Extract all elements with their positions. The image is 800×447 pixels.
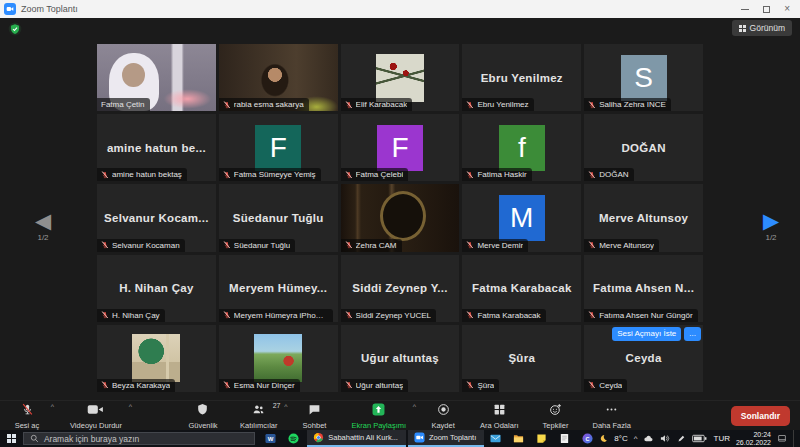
windows-taskbar: Aramak için buraya yazın WSabahattin Ali… bbox=[0, 430, 800, 447]
participant-name-label: Selvanur Kocaman bbox=[97, 239, 185, 252]
participant-tile[interactable]: Zehra CAM bbox=[341, 184, 460, 251]
participant-name: Siddi Zeynep YUCEL bbox=[356, 311, 431, 320]
participant-tile[interactable]: Fatıma Ahsen N...Fatıma Ahsen Nur Güngör bbox=[584, 255, 703, 322]
participant-tile[interactable]: FFatma Çelebi bbox=[341, 114, 460, 181]
kat-l-mc-lar-button[interactable]: Katılımcılar27^ bbox=[240, 402, 278, 430]
zoom-app-icon bbox=[4, 3, 16, 15]
participant-tile[interactable]: Fatma Çetin bbox=[97, 44, 216, 111]
participant-tile[interactable]: CeydaCeydaSesi Açmayı İste... bbox=[584, 325, 703, 392]
action-center-icon[interactable] bbox=[777, 434, 787, 443]
g-venlik-button[interactable]: Güvenlik bbox=[186, 402, 220, 430]
participant-name: Fatma Çetin bbox=[101, 100, 145, 109]
taskbar-app-button[interactable] bbox=[282, 430, 305, 447]
daha-fazla-button[interactable]: Daha Fazla bbox=[592, 402, 630, 430]
sohbet-button[interactable]: Sohbet bbox=[298, 402, 332, 430]
participant-tile[interactable]: SSaliha Zehra INCE bbox=[584, 44, 703, 111]
encryption-shield-icon[interactable] bbox=[8, 22, 22, 36]
ask-to-unmute-button[interactable]: Sesi Açmayı İste bbox=[612, 327, 681, 341]
participant-tile[interactable]: Selvanur Kocam...Selvanur Kocaman bbox=[97, 184, 216, 251]
videoyu-durdur-button[interactable]: Videoyu Durdur^ bbox=[70, 402, 122, 430]
taskbar-window-title: Sabahattin Ali Kurk... bbox=[328, 433, 398, 442]
participant-tile[interactable]: Beyza Karakaya bbox=[97, 325, 216, 392]
participant-name-label: Zehra CAM bbox=[341, 239, 402, 252]
next-page-button[interactable]: ▶ bbox=[746, 210, 796, 231]
participant-tile[interactable]: Merve AltunsoyMerve Altunsoy bbox=[584, 184, 703, 251]
participant-display-name: Siddi Zeynep Y... bbox=[346, 282, 454, 294]
participant-tile[interactable]: Esma Nur Dinçer bbox=[219, 325, 338, 392]
taskbar-app-button[interactable] bbox=[530, 430, 553, 447]
participant-tile[interactable]: FFatma Sümeyye Yemiş bbox=[219, 114, 338, 181]
participant-name-label: Fatıma Ahsen Nur Güngör bbox=[584, 309, 697, 322]
taskbar-app-button[interactable]: W bbox=[259, 430, 282, 447]
page-indicator: 1/2 bbox=[18, 233, 68, 242]
participant-tile[interactable]: Uğur altuntaşUğur altuntaş bbox=[341, 325, 460, 392]
start-button[interactable] bbox=[0, 430, 23, 447]
participant-name: Fatma Karabacak bbox=[477, 311, 540, 320]
volume-icon[interactable] bbox=[660, 434, 671, 443]
reactions-icon bbox=[549, 402, 562, 420]
participant-tile[interactable]: MMerve Demir bbox=[462, 184, 581, 251]
participant-name-label: rabia esma sakarya bbox=[219, 98, 309, 111]
taskbar-window-button[interactable]: Sabahattin Ali Kurk... bbox=[307, 430, 406, 447]
night-mode-icon[interactable] bbox=[599, 434, 608, 443]
taskbar-app-button[interactable] bbox=[484, 430, 507, 447]
close-button[interactable]: × bbox=[784, 4, 790, 14]
svg-text:W: W bbox=[268, 436, 274, 442]
avatar: M bbox=[499, 195, 545, 241]
participant-tile[interactable]: Süedanur TuğluSüedanur Tuğlu bbox=[219, 184, 338, 251]
minimize-button[interactable] bbox=[741, 9, 749, 10]
ekran-payla-m--button[interactable]: Ekran Paylaşımı^ bbox=[352, 402, 407, 430]
participant-tile[interactable]: H. Nihan ÇayH. Nihan Çay bbox=[97, 255, 216, 322]
tray-expand-chevron-icon[interactable]: ^ bbox=[634, 434, 638, 443]
notepad-icon bbox=[559, 433, 570, 444]
participant-name: Merve Altunsoy bbox=[599, 241, 654, 250]
taskbar-app-button[interactable] bbox=[507, 430, 530, 447]
clock-date: 26.02.2022 bbox=[736, 439, 771, 447]
chevron-up-icon[interactable]: ^ bbox=[51, 403, 54, 410]
chevron-up-icon[interactable]: ^ bbox=[413, 403, 416, 410]
language-indicator[interactable]: TUR bbox=[714, 434, 730, 443]
kaydet-button[interactable]: Kaydet bbox=[426, 402, 460, 430]
participant-tile[interactable]: Siddi Zeynep Y...Siddi Zeynep YUCEL bbox=[341, 255, 460, 322]
next-page-control: ▶ 1/2 bbox=[746, 210, 796, 242]
muted-mic-icon bbox=[345, 101, 353, 109]
maximize-button[interactable] bbox=[763, 6, 770, 13]
participant-name: amine hatun bektaş bbox=[112, 170, 182, 179]
participant-tile[interactable]: ŞûraŞûra bbox=[462, 325, 581, 392]
toolbar-item-label: Videoyu Durdur bbox=[70, 421, 122, 430]
sesi-a--button[interactable]: Sesi aç^ bbox=[10, 402, 44, 430]
pen-icon[interactable] bbox=[677, 434, 686, 443]
participant-tile[interactable]: fFatima Haskir bbox=[462, 114, 581, 181]
end-meeting-button[interactable]: Sonlandır bbox=[731, 406, 790, 426]
zoom-icon bbox=[414, 432, 425, 443]
participant-tile[interactable]: rabia esma sakarya bbox=[219, 44, 338, 111]
more-options-button[interactable]: ... bbox=[684, 327, 701, 341]
taskbar-app-button[interactable]: C bbox=[576, 430, 599, 447]
taskbar-clock[interactable]: 20:24 26.02.2022 bbox=[736, 431, 771, 446]
participants-icon bbox=[252, 402, 265, 420]
share-screen-icon bbox=[372, 402, 385, 420]
battery-icon[interactable] bbox=[692, 434, 707, 443]
participant-tile[interactable]: Meryem Hümey...Meryem Hümeyra iPhone'u bbox=[219, 255, 338, 322]
chevron-up-icon[interactable]: ^ bbox=[129, 403, 132, 410]
participant-tile[interactable]: Fatma KarabacakFatma Karabacak bbox=[462, 255, 581, 322]
temperature-indicator[interactable]: 8°C bbox=[614, 434, 627, 443]
cloud-icon[interactable] bbox=[643, 434, 654, 443]
participant-name: Meryem Hümeyra iPhone'u bbox=[234, 311, 328, 320]
taskbar-search-input[interactable]: Aramak için buraya yazın bbox=[23, 432, 255, 445]
participant-tile[interactable]: amine hatun be...amine hatun bektaş bbox=[97, 114, 216, 181]
prev-page-button[interactable]: ◀ bbox=[18, 210, 68, 231]
muted-mic-icon bbox=[223, 171, 231, 179]
ara-odalar--button[interactable]: Ara Odaları bbox=[480, 402, 518, 430]
muted-mic-icon bbox=[101, 241, 109, 249]
show-desktop-button[interactable] bbox=[793, 430, 796, 447]
participant-tile[interactable]: Elif Karabacak bbox=[341, 44, 460, 111]
participant-tile[interactable]: DOĞANDOĞAN bbox=[584, 114, 703, 181]
tepkiler-button[interactable]: Tepkiler bbox=[538, 402, 572, 430]
taskbar-app-button[interactable] bbox=[553, 430, 576, 447]
view-button[interactable]: Görünüm bbox=[732, 20, 792, 36]
taskbar-window-button[interactable]: Zoom Toplantı bbox=[408, 430, 484, 447]
chevron-up-icon[interactable]: ^ bbox=[284, 403, 287, 410]
participant-tile[interactable]: Ebru YenilmezEbru Yenilmez bbox=[462, 44, 581, 111]
participant-name: Fatima Haskir bbox=[477, 170, 526, 179]
